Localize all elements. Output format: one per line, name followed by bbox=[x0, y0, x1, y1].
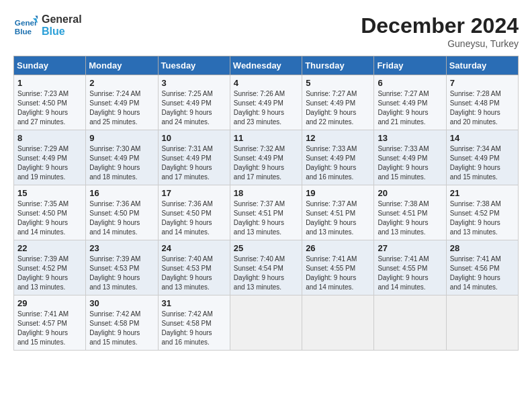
calendar-cell: 4Sunrise: 7:26 AM Sunset: 4:49 PM Daylig… bbox=[230, 75, 302, 130]
day-info: Sunrise: 7:26 AM Sunset: 4:49 PM Dayligh… bbox=[234, 89, 298, 127]
day-info: Sunrise: 7:34 AM Sunset: 4:49 PM Dayligh… bbox=[450, 144, 515, 182]
day-number: 6 bbox=[378, 78, 442, 88]
calendar-cell: 5Sunrise: 7:27 AM Sunset: 4:49 PM Daylig… bbox=[302, 75, 374, 130]
day-info: Sunrise: 7:39 AM Sunset: 4:52 PM Dayligh… bbox=[17, 255, 82, 292]
day-info: Sunrise: 7:30 AM Sunset: 4:49 PM Dayligh… bbox=[89, 144, 154, 182]
day-info: Sunrise: 7:35 AM Sunset: 4:50 PM Dayligh… bbox=[17, 199, 82, 237]
calendar-cell: 7Sunrise: 7:28 AM Sunset: 4:48 PM Daylig… bbox=[446, 75, 518, 130]
title-block: December 2024 Guneysu, Turkey bbox=[361, 13, 519, 49]
day-number: 4 bbox=[234, 78, 298, 88]
weekday-header-wednesday: Wednesday bbox=[230, 56, 302, 75]
calendar-cell: 20Sunrise: 7:38 AM Sunset: 4:51 PM Dayli… bbox=[374, 185, 446, 240]
location-subtitle: Guneysu, Turkey bbox=[361, 38, 519, 49]
day-info: Sunrise: 7:42 AM Sunset: 4:58 PM Dayligh… bbox=[162, 310, 226, 347]
day-number: 28 bbox=[450, 243, 515, 253]
day-number: 31 bbox=[162, 298, 226, 308]
day-number: 25 bbox=[234, 243, 298, 253]
day-number: 2 bbox=[89, 78, 154, 88]
day-number: 26 bbox=[306, 243, 370, 253]
calendar-cell: 30Sunrise: 7:42 AM Sunset: 4:58 PM Dayli… bbox=[86, 295, 158, 351]
day-number: 13 bbox=[378, 133, 442, 143]
day-number: 5 bbox=[306, 78, 370, 88]
calendar-week-row: 22Sunrise: 7:39 AM Sunset: 4:52 PM Dayli… bbox=[14, 240, 519, 295]
day-info: Sunrise: 7:32 AM Sunset: 4:49 PM Dayligh… bbox=[234, 144, 298, 182]
day-info: Sunrise: 7:40 AM Sunset: 4:53 PM Dayligh… bbox=[162, 255, 226, 292]
day-info: Sunrise: 7:37 AM Sunset: 4:51 PM Dayligh… bbox=[234, 199, 298, 237]
day-number: 12 bbox=[306, 133, 370, 143]
day-info: Sunrise: 7:39 AM Sunset: 4:53 PM Dayligh… bbox=[89, 255, 154, 292]
calendar-cell: 18Sunrise: 7:37 AM Sunset: 4:51 PM Dayli… bbox=[230, 185, 302, 240]
calendar-cell: 12Sunrise: 7:33 AM Sunset: 4:49 PM Dayli… bbox=[302, 130, 374, 185]
calendar-week-row: 8Sunrise: 7:29 AM Sunset: 4:49 PM Daylig… bbox=[14, 130, 519, 185]
day-info: Sunrise: 7:27 AM Sunset: 4:49 PM Dayligh… bbox=[378, 89, 442, 127]
calendar-cell: 14Sunrise: 7:34 AM Sunset: 4:49 PM Dayli… bbox=[446, 130, 518, 185]
calendar-cell: 3Sunrise: 7:25 AM Sunset: 4:49 PM Daylig… bbox=[158, 75, 230, 130]
calendar-week-row: 29Sunrise: 7:41 AM Sunset: 4:57 PM Dayli… bbox=[14, 295, 519, 351]
day-info: Sunrise: 7:28 AM Sunset: 4:48 PM Dayligh… bbox=[450, 89, 515, 127]
day-info: Sunrise: 7:23 AM Sunset: 4:50 PM Dayligh… bbox=[17, 89, 82, 127]
calendar-week-row: 1Sunrise: 7:23 AM Sunset: 4:50 PM Daylig… bbox=[14, 75, 519, 130]
day-info: Sunrise: 7:41 AM Sunset: 4:55 PM Dayligh… bbox=[306, 255, 370, 292]
day-info: Sunrise: 7:37 AM Sunset: 4:51 PM Dayligh… bbox=[306, 199, 370, 237]
calendar-cell: 21Sunrise: 7:38 AM Sunset: 4:52 PM Dayli… bbox=[446, 185, 518, 240]
calendar-cell: 10Sunrise: 7:31 AM Sunset: 4:49 PM Dayli… bbox=[158, 130, 230, 185]
day-number: 18 bbox=[234, 188, 298, 198]
calendar-cell: 23Sunrise: 7:39 AM Sunset: 4:53 PM Dayli… bbox=[86, 240, 158, 295]
day-number: 7 bbox=[450, 78, 515, 88]
calendar-cell: 1Sunrise: 7:23 AM Sunset: 4:50 PM Daylig… bbox=[14, 75, 86, 130]
day-number: 30 bbox=[89, 298, 154, 308]
calendar-cell: 17Sunrise: 7:36 AM Sunset: 4:50 PM Dayli… bbox=[158, 185, 230, 240]
day-number: 8 bbox=[17, 133, 82, 143]
calendar-cell bbox=[302, 295, 374, 351]
calendar-week-row: 15Sunrise: 7:35 AM Sunset: 4:50 PM Dayli… bbox=[14, 185, 519, 240]
day-number: 16 bbox=[89, 188, 154, 198]
calendar-cell: 22Sunrise: 7:39 AM Sunset: 4:52 PM Dayli… bbox=[14, 240, 86, 295]
day-number: 24 bbox=[162, 243, 226, 253]
day-number: 23 bbox=[89, 243, 154, 253]
day-number: 20 bbox=[378, 188, 442, 198]
weekday-header-tuesday: Tuesday bbox=[158, 56, 230, 75]
calendar-cell: 13Sunrise: 7:33 AM Sunset: 4:49 PM Dayli… bbox=[374, 130, 446, 185]
day-number: 11 bbox=[234, 133, 298, 143]
calendar-cell: 6Sunrise: 7:27 AM Sunset: 4:49 PM Daylig… bbox=[374, 75, 446, 130]
day-info: Sunrise: 7:31 AM Sunset: 4:49 PM Dayligh… bbox=[162, 144, 226, 182]
day-info: Sunrise: 7:33 AM Sunset: 4:49 PM Dayligh… bbox=[378, 144, 442, 182]
day-info: Sunrise: 7:38 AM Sunset: 4:52 PM Dayligh… bbox=[450, 199, 515, 237]
calendar-cell: 24Sunrise: 7:40 AM Sunset: 4:53 PM Dayli… bbox=[158, 240, 230, 295]
weekday-header-row: SundayMondayTuesdayWednesdayThursdayFrid… bbox=[14, 56, 519, 75]
logo-icon: General Blue bbox=[13, 13, 38, 38]
calendar-table: SundayMondayTuesdayWednesdayThursdayFrid… bbox=[13, 56, 519, 351]
day-number: 9 bbox=[89, 133, 154, 143]
day-number: 29 bbox=[17, 298, 82, 308]
calendar-cell: 28Sunrise: 7:41 AM Sunset: 4:56 PM Dayli… bbox=[446, 240, 518, 295]
month-year-title: December 2024 bbox=[361, 13, 519, 38]
day-info: Sunrise: 7:41 AM Sunset: 4:56 PM Dayligh… bbox=[450, 255, 515, 292]
calendar-cell: 16Sunrise: 7:36 AM Sunset: 4:50 PM Dayli… bbox=[86, 185, 158, 240]
day-info: Sunrise: 7:36 AM Sunset: 4:50 PM Dayligh… bbox=[162, 199, 226, 237]
weekday-header-friday: Friday bbox=[374, 56, 446, 75]
day-info: Sunrise: 7:27 AM Sunset: 4:49 PM Dayligh… bbox=[306, 89, 370, 127]
day-number: 14 bbox=[450, 133, 515, 143]
calendar-cell bbox=[374, 295, 446, 351]
calendar-cell: 11Sunrise: 7:32 AM Sunset: 4:49 PM Dayli… bbox=[230, 130, 302, 185]
calendar-cell bbox=[230, 295, 302, 351]
calendar-cell: 25Sunrise: 7:40 AM Sunset: 4:54 PM Dayli… bbox=[230, 240, 302, 295]
calendar-cell: 31Sunrise: 7:42 AM Sunset: 4:58 PM Dayli… bbox=[158, 295, 230, 351]
page-header: General Blue GeneralBlue December 2024 G… bbox=[13, 13, 519, 49]
calendar-cell: 15Sunrise: 7:35 AM Sunset: 4:50 PM Dayli… bbox=[14, 185, 86, 240]
calendar-cell: 9Sunrise: 7:30 AM Sunset: 4:49 PM Daylig… bbox=[86, 130, 158, 185]
day-number: 17 bbox=[162, 188, 226, 198]
day-info: Sunrise: 7:40 AM Sunset: 4:54 PM Dayligh… bbox=[234, 255, 298, 292]
day-info: Sunrise: 7:41 AM Sunset: 4:55 PM Dayligh… bbox=[378, 255, 442, 292]
day-info: Sunrise: 7:42 AM Sunset: 4:58 PM Dayligh… bbox=[89, 310, 154, 347]
day-number: 3 bbox=[162, 78, 226, 88]
calendar-cell: 19Sunrise: 7:37 AM Sunset: 4:51 PM Dayli… bbox=[302, 185, 374, 240]
calendar-cell: 2Sunrise: 7:24 AM Sunset: 4:49 PM Daylig… bbox=[86, 75, 158, 130]
day-number: 15 bbox=[17, 188, 82, 198]
day-number: 10 bbox=[162, 133, 226, 143]
weekday-header-thursday: Thursday bbox=[302, 56, 374, 75]
day-info: Sunrise: 7:29 AM Sunset: 4:49 PM Dayligh… bbox=[17, 144, 82, 182]
calendar-cell bbox=[446, 295, 518, 351]
svg-text:Blue: Blue bbox=[15, 27, 32, 36]
day-number: 19 bbox=[306, 188, 370, 198]
